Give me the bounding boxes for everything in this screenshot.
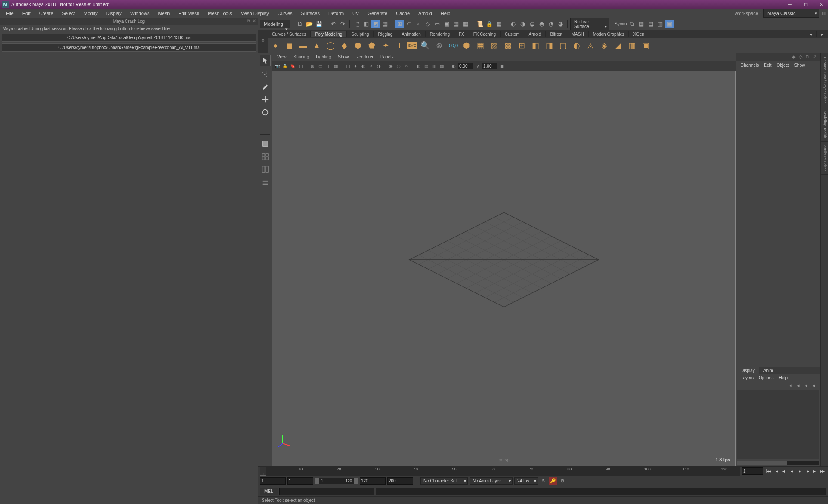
sidebar-toggle-icon[interactable]: ▥ <box>822 10 826 16</box>
character-set-dropdown[interactable]: No Character Set <box>420 477 468 485</box>
layer-tab-anim[interactable]: Anim <box>759 367 778 374</box>
vp-menu-renderer[interactable]: Renderer <box>352 54 377 60</box>
shelf-tab-fx[interactable]: FX <box>454 31 469 37</box>
menu-uv[interactable]: UV <box>348 9 363 17</box>
menu-help[interactable]: Help <box>436 9 455 17</box>
retopo-icon[interactable]: ◨ <box>543 40 555 52</box>
poly-type-icon[interactable]: T <box>393 40 405 52</box>
layout-4view-icon[interactable] <box>260 151 271 162</box>
vp-menu-view[interactable]: View <box>274 54 290 60</box>
cb-menu-object[interactable]: Object <box>774 62 792 68</box>
quad-icon[interactable]: ◈ <box>598 40 610 52</box>
snap-curve-icon[interactable]: ◠ <box>405 20 413 28</box>
shelf-tab-arnold[interactable]: Arnold <box>524 31 546 37</box>
extrude-icon[interactable]: ▣ <box>640 40 652 52</box>
fps-dropdown[interactable]: 24 fps <box>514 477 538 485</box>
poly-cylinder-icon[interactable]: ▬ <box>297 40 309 52</box>
vp-exposure-input[interactable] <box>458 63 473 69</box>
rotate-tool[interactable] <box>260 107 271 118</box>
poly-platonic-icon[interactable]: ⬟ <box>366 40 378 52</box>
poly-superellipse-icon[interactable]: ✦ <box>380 40 392 52</box>
snap-grid-icon[interactable]: ⊞ <box>395 20 404 28</box>
lock-icon[interactable]: 🔒 <box>485 20 494 28</box>
shelf-tab-animation[interactable]: Animation <box>397 31 425 37</box>
undo-icon[interactable]: ↶ <box>329 20 337 28</box>
menu-cache[interactable]: Cache <box>392 9 414 17</box>
poly-cube-icon[interactable]: ◼ <box>283 40 295 52</box>
shelf-tab-fxcache[interactable]: FX Caching <box>469 31 501 37</box>
vp-dof-icon[interactable]: ▦ <box>438 62 445 69</box>
paint-select-tool[interactable] <box>260 81 271 92</box>
poly-cone-icon[interactable]: ▲ <box>311 40 323 52</box>
construction-history-icon[interactable]: 📜 <box>476 20 484 28</box>
shelf-tab-sculpting[interactable]: Sculpting <box>347 31 374 37</box>
layer-tab-display[interactable]: Display <box>736 367 759 374</box>
snap-plane-icon[interactable]: ◇ <box>423 20 432 28</box>
vp-resolution-gate-icon[interactable]: ▯ <box>324 62 331 69</box>
layer-menu-help[interactable]: Help <box>776 375 790 381</box>
cmd-input[interactable] <box>279 488 374 495</box>
range-slider[interactable]: 1 120 <box>315 478 358 484</box>
shelf-tab-motion[interactable]: Motion Graphics <box>589 31 629 37</box>
menu-select[interactable]: Select <box>58 9 80 17</box>
redo-icon[interactable]: ↷ <box>338 20 347 28</box>
viewport-3d[interactable]: persp 1.8 fps <box>272 71 736 466</box>
workspace-dropdown[interactable]: Maya Classic <box>763 9 819 18</box>
select-object-icon[interactable]: ◧ <box>362 20 371 28</box>
poly-sphere-icon[interactable]: ● <box>269 40 281 52</box>
select-hierarchy-icon[interactable]: ⬚ <box>352 20 361 28</box>
new-scene-icon[interactable]: 🗋 <box>296 20 304 28</box>
separate-icon[interactable]: ▦ <box>474 40 486 52</box>
render-frame-icon[interactable]: ◐ <box>509 20 517 28</box>
snap-view-icon[interactable]: ▣ <box>442 20 451 28</box>
open-scene-icon[interactable]: 📂 <box>305 20 314 28</box>
select-tool[interactable] <box>260 55 271 66</box>
triangulate-icon[interactable]: ◬ <box>584 40 596 52</box>
symmetry-icon[interactable]: ⧉ <box>627 20 636 28</box>
select-component-icon[interactable]: ◩ <box>371 20 380 28</box>
reduce-icon[interactable]: ▢ <box>557 40 569 52</box>
play-forward-icon[interactable]: ▸ <box>796 468 803 475</box>
step-forward-icon[interactable]: |▸ <box>804 468 811 475</box>
menu-mesh[interactable]: Mesh <box>154 9 174 17</box>
bevel-icon[interactable]: ◢ <box>612 40 624 52</box>
mirror-icon[interactable]: ⊞ <box>516 40 528 52</box>
cb-menu-edit[interactable]: Edit <box>761 62 774 68</box>
panel-layout-3-icon[interactable]: ▥ <box>656 20 664 28</box>
menu-arnold[interactable]: Arnold <box>414 9 436 17</box>
light-editor-icon[interactable]: ◕ <box>556 20 565 28</box>
vp-menu-panels[interactable]: Panels <box>377 54 397 60</box>
vp-image-plane-icon[interactable]: ▢ <box>297 62 304 69</box>
vp-exposure-icon[interactable]: ◐ <box>450 62 457 69</box>
panel-layout-1-icon[interactable]: ▦ <box>637 20 646 28</box>
bridge-icon[interactable]: ▥ <box>626 40 638 52</box>
extract-icon[interactable]: ▨ <box>488 40 500 52</box>
shelf-tab-xgen[interactable]: XGen <box>629 31 649 37</box>
svg-icon[interactable]: SVG <box>407 42 417 49</box>
render-icon[interactable]: ▦ <box>494 20 503 28</box>
crash-file-button-2[interactable]: C:/Users/cymetl/Dropbox/ConanGameRigExam… <box>2 43 256 52</box>
vp-wireframe-icon[interactable]: ◫ <box>344 62 351 69</box>
minimize-button[interactable]: ─ <box>785 1 795 8</box>
anim-end-input[interactable] <box>387 477 413 485</box>
move-tool[interactable] <box>260 94 271 105</box>
soft-select-icon[interactable]: ⊗ <box>433 40 445 52</box>
cmd-lang-label[interactable]: MEL <box>260 488 278 495</box>
vp-select-camera-icon[interactable]: 📷 <box>274 62 281 69</box>
cb-hbtn-1-icon[interactable]: ◆ <box>792 54 798 60</box>
prefs-icon[interactable]: ⚙ <box>559 477 566 485</box>
shelf-menu-icon[interactable]: ⚙ <box>258 37 268 44</box>
shelf-tab-rigging[interactable]: Rigging <box>374 31 397 37</box>
auto-key-icon[interactable]: 🔑 <box>549 477 557 485</box>
playback-start-input[interactable] <box>287 477 313 485</box>
render-settings-icon[interactable]: ◒ <box>528 20 536 28</box>
menu-file[interactable]: File <box>2 9 18 17</box>
layer-move-down-icon[interactable]: ◂ <box>797 383 803 389</box>
menu-create[interactable]: Create <box>35 9 58 17</box>
playback-end-input[interactable] <box>360 477 386 485</box>
loop-icon[interactable]: ↻ <box>540 477 547 485</box>
vp-lights-icon[interactable]: ☀ <box>368 62 374 69</box>
menu-windows[interactable]: Windows <box>126 9 154 17</box>
last-tool[interactable] <box>260 138 271 149</box>
cb-menu-show[interactable]: Show <box>791 62 807 68</box>
